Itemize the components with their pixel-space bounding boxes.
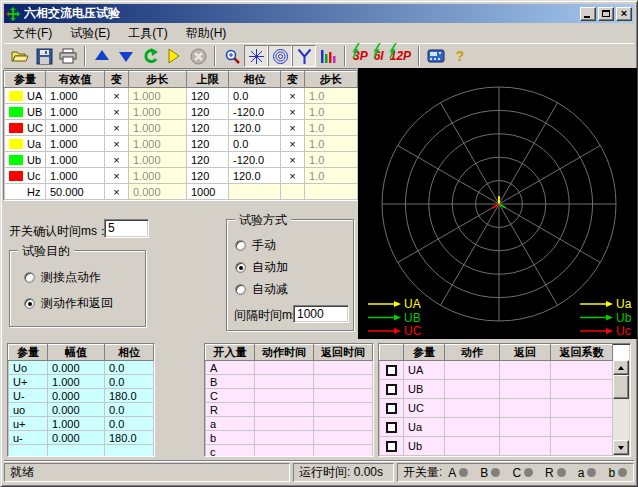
- table-cell[interactable]: ×: [105, 152, 129, 168]
- table-cell[interactable]: 1.0: [305, 104, 358, 120]
- table-cell[interactable]: [305, 184, 358, 200]
- table-cell[interactable]: 1.000: [46, 104, 105, 120]
- radio-manual[interactable]: 手动: [235, 237, 276, 254]
- table-cell[interactable]: -120.0: [229, 104, 281, 120]
- scrollbar-down-button[interactable]: [613, 440, 629, 455]
- table-cell[interactable]: 120: [187, 120, 229, 136]
- table-cell[interactable]: ×: [105, 168, 129, 184]
- menu-tools[interactable]: 工具(T): [119, 24, 176, 43]
- scrollbar-up-button[interactable]: [613, 360, 629, 375]
- y-connection-button[interactable]: [292, 45, 316, 67]
- close-button[interactable]: ×: [616, 7, 632, 21]
- result-checkbox[interactable]: [386, 365, 397, 376]
- save-button[interactable]: [32, 45, 56, 67]
- table-cell[interactable]: ×: [281, 152, 305, 168]
- table-cell[interactable]: 1.000: [129, 168, 187, 184]
- table-cell[interactable]: 0.000: [129, 184, 187, 200]
- table-cell[interactable]: 50.000: [46, 184, 105, 200]
- table-cell[interactable]: ×: [105, 104, 129, 120]
- result-row: UC: [380, 399, 613, 418]
- menu-file[interactable]: 文件(F): [4, 24, 61, 43]
- keypad-button[interactable]: [424, 45, 448, 67]
- bar-chart-button[interactable]: [316, 45, 340, 67]
- table-cell[interactable]: ×: [281, 104, 305, 120]
- checkbox-cell[interactable]: [380, 361, 404, 380]
- table-cell[interactable]: 1.000: [129, 136, 187, 152]
- 3p-button[interactable]: 3P: [350, 45, 371, 67]
- status-switches-panel: 开关量: ABCRabc: [397, 463, 634, 482]
- print-button[interactable]: [56, 45, 80, 67]
- table-cell[interactable]: ×: [281, 168, 305, 184]
- result-checkbox[interactable]: [386, 403, 397, 414]
- reset-button[interactable]: [138, 45, 162, 67]
- table-cell[interactable]: 1.000: [129, 104, 187, 120]
- checkbox-cell[interactable]: [380, 418, 404, 437]
- result-checkbox[interactable]: [386, 384, 397, 395]
- table-cell[interactable]: ×: [281, 120, 305, 136]
- table-cell[interactable]: 120: [187, 104, 229, 120]
- zoom-button[interactable]: [220, 45, 244, 67]
- 12p-button[interactable]: 12P: [387, 45, 414, 67]
- table-cell[interactable]: 1.0: [305, 152, 358, 168]
- table-cell[interactable]: -120.0: [229, 152, 281, 168]
- menu-test[interactable]: 试验(E): [61, 24, 119, 43]
- help-button[interactable]: ?: [448, 45, 472, 67]
- radio-contact-action[interactable]: 测接点动作: [24, 269, 101, 286]
- table-cell[interactable]: 1.000: [129, 88, 187, 104]
- result-table-scrollbar[interactable]: [613, 360, 629, 455]
- table-cell[interactable]: 1.0: [305, 168, 358, 184]
- table-cell[interactable]: 1.000: [46, 152, 105, 168]
- table-cell[interactable]: 1.0: [305, 136, 358, 152]
- checkbox-cell[interactable]: [380, 380, 404, 399]
- checkbox-cell[interactable]: [380, 399, 404, 418]
- table-cell[interactable]: 1.000: [46, 168, 105, 184]
- rays-view-button[interactable]: [244, 45, 268, 67]
- polar-view-button[interactable]: [268, 45, 292, 67]
- step-up-button[interactable]: [90, 45, 114, 67]
- table-cell[interactable]: 120.0: [229, 120, 281, 136]
- scrollbar-thumb[interactable]: [613, 375, 629, 399]
- table-cell[interactable]: 1.000: [129, 120, 187, 136]
- table-cell[interactable]: 120: [187, 136, 229, 152]
- table-cell[interactable]: ×: [105, 136, 129, 152]
- menu-help[interactable]: 帮助(H): [177, 24, 236, 43]
- radio-auto-increase[interactable]: 自动加: [235, 259, 288, 276]
- table-cell[interactable]: 1.000: [129, 152, 187, 168]
- switch-confirm-input[interactable]: 5: [104, 219, 149, 238]
- checkbox-cell[interactable]: [380, 437, 404, 456]
- table-cell[interactable]: [281, 184, 305, 200]
- table-cell[interactable]: 1.000: [46, 120, 105, 136]
- table-cell[interactable]: 120: [187, 88, 229, 104]
- table-cell[interactable]: 0.0: [229, 88, 281, 104]
- table-cell[interactable]: 120: [187, 152, 229, 168]
- table-cell[interactable]: ×: [105, 120, 129, 136]
- table-cell[interactable]: ×: [105, 184, 129, 200]
- radio-auto-decrease[interactable]: 自动减: [235, 281, 288, 298]
- table-cell[interactable]: ×: [105, 88, 129, 104]
- checkbox-cell[interactable]: [380, 456, 404, 458]
- 6i-button[interactable]: 6I: [371, 45, 387, 67]
- interval-input[interactable]: 1000: [293, 305, 349, 323]
- stop-button[interactable]: [186, 45, 210, 67]
- table-cell[interactable]: 1.000: [46, 136, 105, 152]
- table-cell[interactable]: ×: [281, 88, 305, 104]
- table-cell[interactable]: 120.0: [229, 168, 281, 184]
- table-cell[interactable]: 1.0: [305, 88, 358, 104]
- start-button[interactable]: [162, 45, 186, 67]
- result-checkbox[interactable]: [386, 441, 397, 452]
- phase-color-chip: [9, 139, 23, 149]
- table-cell[interactable]: ×: [281, 136, 305, 152]
- table-cell[interactable]: 1000: [187, 184, 229, 200]
- radio-action-return[interactable]: 测动作和返回: [24, 295, 113, 312]
- table-cell[interactable]: 1.0: [305, 120, 358, 136]
- minimize-button[interactable]: [580, 7, 596, 21]
- result-checkbox[interactable]: [386, 422, 397, 433]
- table-cell[interactable]: 0.0: [229, 136, 281, 152]
- table-cell[interactable]: 120: [187, 168, 229, 184]
- maximize-button[interactable]: [598, 7, 614, 21]
- step-down-button[interactable]: [114, 45, 138, 67]
- table-cell[interactable]: [229, 184, 281, 200]
- table-cell[interactable]: 1.000: [46, 88, 105, 104]
- open-button[interactable]: [8, 45, 32, 67]
- switch-label: a: [578, 466, 585, 480]
